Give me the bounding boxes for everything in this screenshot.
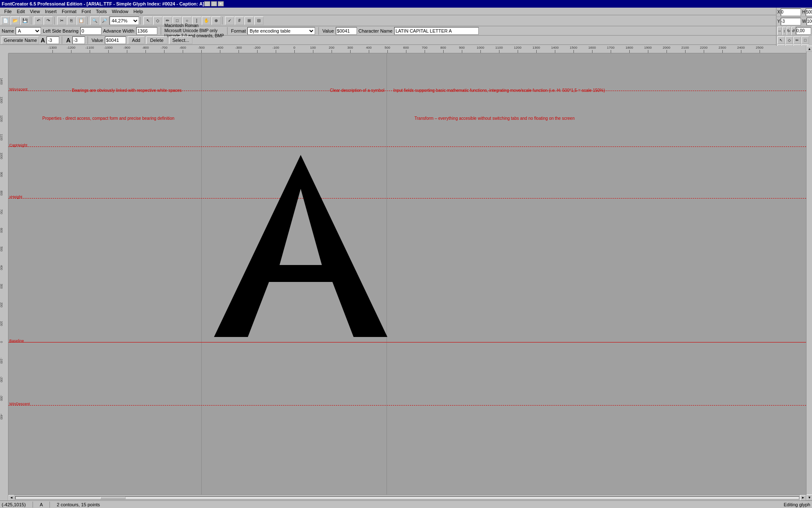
vertical-scrollbar[interactable]: ▲ ▼ [806, 46, 812, 500]
tool-btn-4[interactable]: □ [801, 36, 809, 44]
rotate-ccw-button[interactable]: ↺ [791, 27, 796, 35]
w-label: W [802, 19, 806, 24]
sep4 [140, 17, 142, 25]
flip-h-button[interactable]: ↔ [777, 27, 782, 35]
y-input[interactable] [781, 18, 801, 25]
zoom-out-button[interactable]: 🔍 [90, 17, 99, 25]
menu-view[interactable]: View [27, 8, 43, 14]
annotation-clear: Clear description of a symbol [330, 88, 384, 93]
scroll-down-button[interactable]: ▼ [807, 494, 812, 500]
guide-label-winascent: WinAscent [9, 87, 27, 91]
open-button[interactable]: 📂 [11, 17, 20, 25]
format-select[interactable]: Byte encoding table [247, 27, 315, 35]
annotation-transform: Transform – everything accesible without… [414, 116, 575, 121]
grid-button[interactable]: # [235, 17, 244, 25]
menu-format[interactable]: Format [59, 8, 79, 14]
menu-help[interactable]: Help [131, 8, 146, 14]
font-desc1: Microsoft Unicode BMP only [165, 28, 224, 33]
vertical-ruler: 1400130012001100100090080070060050040030… [0, 53, 8, 500]
maximize-button[interactable]: □ [211, 1, 217, 6]
advance-label: Advance Width [103, 28, 134, 33]
w-input[interactable] [807, 18, 812, 25]
undo-button[interactable]: ↶ [34, 17, 43, 25]
copy-button[interactable]: ⎘ [67, 17, 76, 25]
angle3-input[interactable] [796, 27, 811, 35]
name-select[interactable]: A [16, 27, 41, 35]
sep3 [87, 17, 89, 25]
save-button[interactable]: 💾 [20, 17, 30, 25]
tool-btn-3[interactable]: ✏ [793, 36, 801, 44]
horizontal-scrollbar[interactable]: ◄ ► [8, 494, 806, 500]
minimize-button[interactable]: _ [204, 1, 210, 6]
app-title: FontCreator 6.5 Professional Edition - [… [2, 1, 204, 6]
guide-label-windescent: WinDescent [9, 402, 30, 406]
value-hex2-input[interactable] [105, 36, 126, 44]
h-input[interactable] [806, 8, 812, 16]
status-bar: (-425,1015) A 2 contours, 15 points Edit… [0, 500, 812, 508]
zoom-select[interactable]: 44,27% [110, 17, 139, 25]
scroll-right-button[interactable]: ► [800, 495, 806, 501]
glyph-bar: Generate Name A A Value Add Delete Selec… [0, 36, 812, 45]
select-button[interactable]: Select... [169, 36, 192, 44]
validate-button[interactable]: ✓ [225, 17, 234, 25]
new-button[interactable]: 📄 [1, 17, 10, 25]
bearing-a1-input[interactable] [47, 36, 59, 44]
add-button[interactable]: Add [128, 36, 145, 44]
sep2 [88, 36, 89, 44]
value-hex-input[interactable] [336, 27, 357, 35]
menu-font[interactable]: Font [79, 8, 93, 14]
rotate-cw-button[interactable]: ↻ [787, 27, 791, 35]
glyph-canvas[interactable]: WinAscent CapHeight xHeight Baseline Win… [8, 53, 806, 500]
cut-button[interactable]: ✂ [57, 17, 66, 25]
guidelines-button[interactable]: ⊟ [254, 17, 263, 25]
glyph-display [210, 146, 392, 342]
menu-window[interactable]: Window [109, 8, 131, 14]
char-name-label: Character Name [359, 28, 393, 33]
scroll-left-button[interactable]: ◄ [8, 495, 14, 501]
scroll-thumb-h[interactable] [100, 497, 126, 499]
guide-windescent [8, 405, 806, 406]
transform-row: ↔ ↕ ↻ ↺ [776, 26, 812, 36]
col-divider-1 [201, 53, 202, 500]
glyph-a-label1: A [41, 37, 45, 44]
generate-name-button[interactable]: Generate Name [2, 36, 39, 44]
glyph-svg [210, 146, 392, 342]
annotation-properties: Properties - direct access, compact form… [42, 116, 174, 121]
redo-button[interactable]: ↷ [44, 17, 53, 25]
menu-bar: File Edit View Insert Format Font Tools … [0, 8, 812, 15]
sep2 [54, 17, 56, 25]
char-name-input[interactable] [394, 27, 479, 35]
menu-edit[interactable]: Edit [14, 8, 27, 14]
pointer-tool[interactable]: ↖ [143, 17, 153, 25]
paste-button[interactable]: 📋 [77, 17, 86, 25]
tool-btn-2[interactable]: ◇ [785, 36, 793, 44]
advance-input[interactable] [136, 27, 157, 35]
flip-v-button[interactable]: ↕ [782, 27, 786, 35]
tool-btn-1[interactable]: ↖ [777, 36, 785, 44]
h-label: H [802, 10, 805, 14]
annotation-bearings: Bearings are obviously linked with respe… [72, 88, 182, 93]
x-input[interactable] [781, 8, 801, 16]
scroll-up-button[interactable]: ▲ [807, 46, 812, 52]
bearing-a2-input[interactable] [72, 36, 85, 44]
close-button[interactable]: × [218, 1, 224, 6]
guide-xheight [8, 198, 806, 199]
sep2 [227, 27, 228, 35]
snap-button[interactable]: ⊞ [244, 17, 254, 25]
sep1 [31, 17, 33, 25]
window-controls: _ □ × [204, 1, 224, 6]
menu-insert[interactable]: Insert [42, 8, 59, 14]
guide-label-capheight: CapHeight [9, 143, 27, 147]
zoom-in-button[interactable]: 🔎 [100, 17, 109, 25]
node-tool[interactable]: ◇ [153, 17, 162, 25]
scroll-track-h [15, 496, 799, 500]
lsb-label: Left Side Bearing [43, 28, 78, 33]
menu-tools[interactable]: Tools [93, 8, 110, 14]
ruler-h-content: -1300-1200-1100-1000-900-800-700-600-500… [8, 46, 806, 53]
lsb-input[interactable] [80, 27, 102, 35]
menu-file[interactable]: File [2, 8, 14, 14]
font-name: Macintosh Roman [165, 23, 224, 28]
delete-button[interactable]: Delete [146, 36, 167, 44]
glyph-a-label2: A [66, 37, 70, 44]
sep1 [62, 36, 63, 44]
